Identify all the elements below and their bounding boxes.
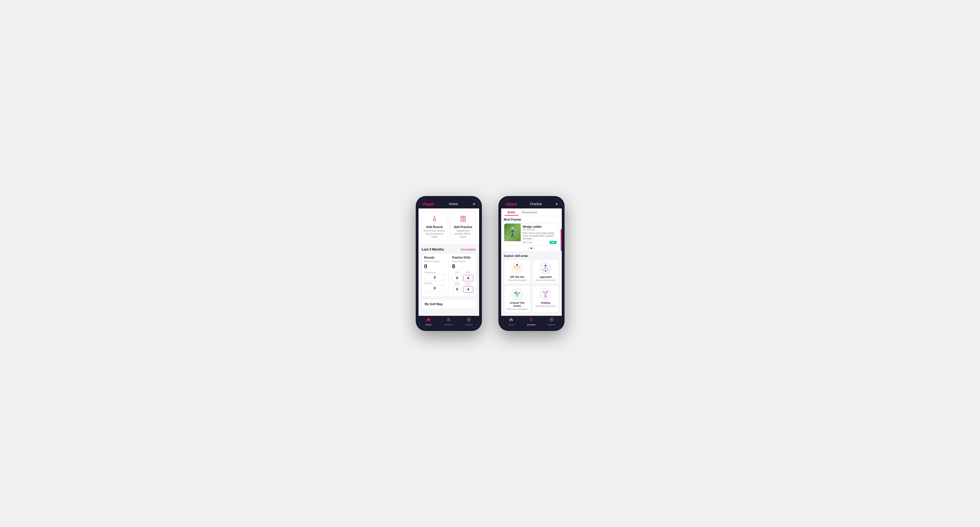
svg-point-35 bbox=[519, 267, 520, 268]
home-nav-label: Home bbox=[425, 324, 431, 326]
dots-row bbox=[504, 246, 559, 250]
add-practice-card[interactable]: Add Practice Capture your practice off-t… bbox=[450, 212, 476, 241]
svg-point-14 bbox=[511, 227, 514, 229]
app-header-home: clippd Home ≡ bbox=[418, 199, 479, 208]
phone-practice: clippd Practice ≡ Drills Favourites M bbox=[498, 196, 565, 331]
skill-card-around-green[interactable]: Around The Green Hone your short game bbox=[504, 286, 531, 313]
app-header-practice: clippd Practice ≡ bbox=[501, 199, 562, 208]
activities-nav-icon bbox=[446, 317, 451, 323]
home-nav-icon-2 bbox=[509, 317, 513, 323]
app-box: 4 bbox=[463, 275, 473, 281]
nav-home[interactable]: Home bbox=[418, 317, 439, 326]
off-tee-name: Off The Tee bbox=[510, 275, 524, 278]
chevron-icon: › bbox=[472, 302, 473, 306]
app-badge: APP bbox=[550, 241, 556, 244]
phone-home: clippd Home ≡ bbox=[416, 196, 482, 331]
svg-point-42 bbox=[545, 270, 546, 272]
svg-point-60 bbox=[547, 291, 548, 292]
accent-bar bbox=[561, 229, 562, 251]
ott-box: 0 bbox=[452, 275, 462, 281]
around-green-icon-area bbox=[511, 288, 523, 300]
action-cards: Add Round Record your shots in fast or e… bbox=[418, 208, 479, 244]
golf-bag-row[interactable]: My Golf Bag › bbox=[421, 299, 476, 309]
svg-point-47 bbox=[517, 295, 518, 296]
nav-capture-2[interactable]: Capture bbox=[541, 317, 562, 326]
approach-icon-area bbox=[539, 262, 552, 274]
practice-label: Practice bbox=[424, 282, 445, 284]
activities-nav-icon-2 bbox=[529, 317, 533, 323]
off-tee-icon-area bbox=[511, 262, 523, 274]
drill-footer: 9 shots APP bbox=[523, 241, 557, 244]
activities-nav-label: Activities bbox=[444, 324, 453, 326]
skill-card-putting[interactable]: Putting Make and lag practice bbox=[532, 286, 559, 313]
practice-box: 0 bbox=[424, 285, 445, 292]
putting-name: Putting bbox=[541, 301, 550, 304]
drills-total: 8 bbox=[452, 263, 473, 270]
rounds-title: Rounds bbox=[424, 256, 445, 259]
add-round-card[interactable]: Add Round Record your shots in fast or e… bbox=[421, 212, 448, 241]
off-tee-desc: Power and accuracy bbox=[508, 279, 527, 281]
drill-desc: Play 1 shot at each target yardage. If y… bbox=[523, 232, 557, 240]
add-round-icon bbox=[431, 215, 438, 224]
skill-areas-section: Explore skill areas bbox=[501, 253, 562, 315]
dot-3[interactable] bbox=[533, 248, 535, 249]
activity-title: Last 3 Months bbox=[422, 248, 444, 251]
arg-putt-row: 0 4 bbox=[452, 286, 473, 293]
around-green-desc: Hone your short game bbox=[507, 308, 527, 310]
tournament-num: 0 bbox=[426, 276, 444, 279]
rounds-total: 0 bbox=[424, 263, 445, 270]
arg-label: ARG bbox=[452, 283, 462, 285]
nav-capture[interactable]: Capture bbox=[459, 317, 479, 326]
bottom-nav-practice: Home Activities bbox=[501, 316, 562, 328]
svg-line-20 bbox=[509, 232, 510, 235]
tab-drills[interactable]: Drills bbox=[504, 208, 519, 216]
practice-row: 0 bbox=[424, 285, 445, 292]
nav-activities-2[interactable]: Activities bbox=[521, 317, 541, 326]
home-nav-label-2: Home bbox=[508, 324, 514, 326]
star-icon[interactable]: ☆ bbox=[555, 225, 557, 228]
skill-card-approach[interactable]: Approach Dial-in to hit the green bbox=[532, 260, 559, 284]
svg-point-53 bbox=[515, 291, 517, 292]
dot-1[interactable] bbox=[528, 248, 530, 249]
nav-home-2[interactable]: Home bbox=[501, 317, 521, 326]
tabs-row: Drills Favourites bbox=[501, 208, 562, 216]
dot-2[interactable] bbox=[531, 248, 532, 249]
approach-desc: Dial-in to hit the green bbox=[535, 279, 555, 281]
approach-name: Approach bbox=[539, 275, 552, 278]
stats-divider bbox=[449, 256, 449, 294]
most-popular-section: Most Popular bbox=[501, 216, 562, 251]
practice-content: Most Popular bbox=[501, 216, 562, 316]
putt-num: 4 bbox=[465, 287, 472, 291]
putting-icon-area bbox=[539, 288, 552, 300]
home-content: Add Round Record your shots in fast or e… bbox=[418, 208, 479, 316]
drills-capture-label: Drills Capture bbox=[452, 260, 473, 263]
menu-icon[interactable]: ≡ bbox=[473, 202, 475, 206]
svg-point-31 bbox=[515, 268, 516, 269]
tab-favourites[interactable]: Favourites bbox=[519, 208, 541, 216]
capture-nav-label-2: Capture bbox=[548, 324, 555, 326]
drill-card[interactable]: Wedge Ladder 50–100 yds ☆ Play 1 shot at… bbox=[504, 223, 559, 246]
golf-bag-title: My Golf Bag bbox=[425, 302, 442, 306]
svg-point-33 bbox=[519, 268, 520, 269]
capture-nav-label: Capture bbox=[465, 324, 473, 326]
drills-column: Practice Drills Drills Capture 8 OTT APP… bbox=[452, 256, 473, 294]
svg-point-30 bbox=[517, 264, 518, 266]
svg-point-62 bbox=[546, 294, 547, 295]
drills-title: Practice Drills bbox=[452, 256, 473, 259]
app-num: 4 bbox=[465, 276, 472, 280]
svg-point-45 bbox=[512, 289, 523, 300]
capture-nav-icon bbox=[467, 317, 471, 323]
bottom-nav-home: Home Activities bbox=[418, 316, 479, 328]
drill-info: Wedge Ladder 50–100 yds ☆ Play 1 shot at… bbox=[521, 224, 559, 246]
activity-section-header: Last 3 Months View Activity bbox=[418, 245, 479, 253]
nav-activities[interactable]: Activities bbox=[439, 317, 459, 326]
svg-point-49 bbox=[515, 292, 516, 294]
activities-nav-label-2: Activities bbox=[527, 324, 536, 326]
skill-card-off-the-tee[interactable]: Off The Tee Power and accuracy bbox=[504, 260, 531, 284]
ott-app-row: 0 4 bbox=[452, 275, 473, 281]
view-activity-link[interactable]: View Activity bbox=[460, 248, 476, 251]
svg-line-18 bbox=[511, 234, 512, 237]
putt-label: PUTT bbox=[463, 283, 473, 285]
tournament-box: 0 bbox=[424, 274, 445, 281]
menu-icon-2[interactable]: ≡ bbox=[555, 202, 558, 206]
